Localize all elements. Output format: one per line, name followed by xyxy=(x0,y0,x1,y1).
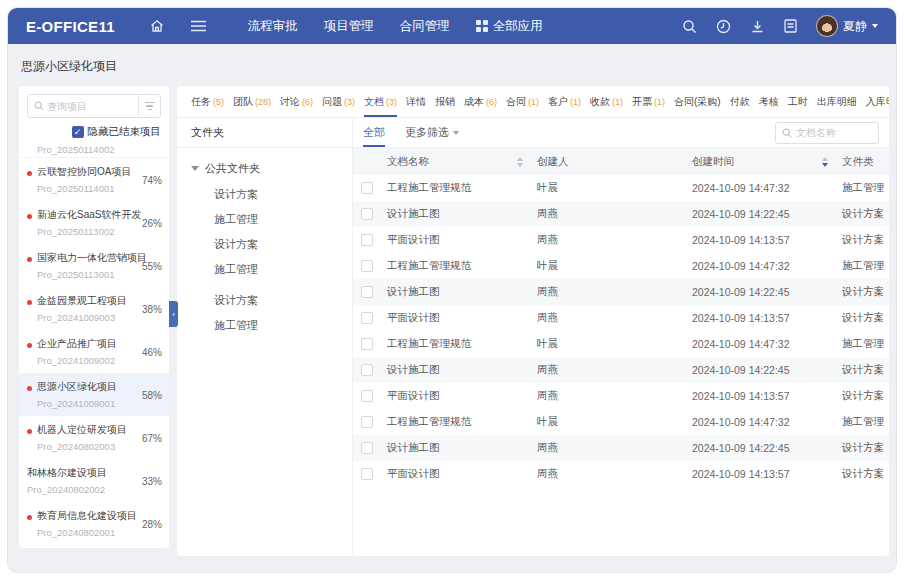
tab-label: 开票 xyxy=(632,95,652,109)
table-row[interactable]: 设计施工图周燕2024-10-09 14:22:45设计方案 xyxy=(353,279,889,305)
project-item[interactable]: 企业产品推广项目Pro_2024100900246% xyxy=(19,330,169,373)
table-row[interactable]: 平面设计图周燕2024-10-09 14:13:57设计方案 xyxy=(353,461,889,487)
tab-讨论[interactable]: 讨论(6) xyxy=(280,86,313,117)
table-row[interactable]: 平面设计图周燕2024-10-09 14:13:57设计方案 xyxy=(353,305,889,331)
project-search[interactable] xyxy=(27,94,161,118)
download-icon[interactable] xyxy=(750,19,765,34)
doc-name-cell: 设计施工图 xyxy=(387,285,537,299)
project-item[interactable]: 机器人定位研发项目Pro_2024080200367% xyxy=(19,416,169,459)
project-item[interactable]: 金益园景观工程项目Pro_2024100900338% xyxy=(19,287,169,330)
history-clock-icon[interactable] xyxy=(716,19,731,34)
home-icon[interactable] xyxy=(149,18,165,34)
tab-团队[interactable]: 团队(28) xyxy=(233,86,271,117)
project-item[interactable]: 和林格尔建设项目Pro_2024080200233% xyxy=(19,459,169,502)
folder-item[interactable]: 施工管理 xyxy=(214,318,338,333)
tab-成本[interactable]: 成本(6) xyxy=(464,86,497,117)
project-name: 国家电力一体化营销项目 xyxy=(37,251,149,265)
menu-icon[interactable] xyxy=(191,20,206,32)
tab-入库明细[interactable]: 入库明细 xyxy=(866,86,889,117)
row-checkbox-cell xyxy=(361,312,387,324)
tab-开票[interactable]: 开票(1) xyxy=(632,86,665,117)
row-checkbox[interactable] xyxy=(361,390,373,402)
project-item[interactable]: 思源小区绿化项目Pro_2024100900158% xyxy=(19,373,169,416)
project-item[interactable]: 教育局信息化建设项目Pro_2024080200128% xyxy=(19,502,169,545)
user-menu[interactable]: 夏静 xyxy=(816,15,878,37)
tab-客户[interactable]: 客户(1) xyxy=(548,86,581,117)
all-apps-button[interactable]: 全部应用 xyxy=(476,18,543,35)
table-row[interactable]: 设计施工图周燕2024-10-09 14:22:45设计方案 xyxy=(353,435,889,461)
folder-root[interactable]: 公共文件夹 xyxy=(191,161,338,176)
table-row[interactable]: 工程施工管理规范叶晨2024-10-09 14:47:32施工管理 xyxy=(353,175,889,201)
document-search-input[interactable] xyxy=(796,127,872,138)
doc-name-cell: 平面设计图 xyxy=(387,467,537,481)
tab-考核[interactable]: 考核 xyxy=(759,86,779,117)
folder-item[interactable]: 设计方案 xyxy=(214,187,338,202)
search-icon[interactable] xyxy=(682,19,697,34)
project-item[interactable]: 云联智控协同OA项目Pro_2025011400174% xyxy=(19,158,169,201)
created-time-cell: 2024-10-09 14:22:45 xyxy=(692,364,842,376)
project-search-input[interactable] xyxy=(47,101,138,112)
tab-工时[interactable]: 工时 xyxy=(788,86,808,117)
sort-icon-active[interactable] xyxy=(822,157,828,167)
sort-icon[interactable] xyxy=(517,157,523,167)
row-checkbox[interactable] xyxy=(361,234,373,246)
sort-filter-icon[interactable] xyxy=(138,95,160,117)
table-row[interactable]: 平面设计图周燕2024-10-09 14:13:57设计方案 xyxy=(353,227,889,253)
folder-item[interactable]: 施工管理 xyxy=(214,262,338,277)
hide-finished-toggle[interactable]: ✓ 隐藏已结束项目 xyxy=(27,125,161,139)
document-search[interactable] xyxy=(775,122,879,144)
row-checkbox[interactable] xyxy=(361,208,373,220)
nav-item-projects[interactable]: 项目管理 xyxy=(324,18,374,35)
nav-item-contracts[interactable]: 合同管理 xyxy=(400,18,450,35)
row-checkbox-cell xyxy=(361,234,387,246)
project-percent: 58% xyxy=(142,389,162,400)
table-row[interactable]: 平面设计图周燕2024-10-09 14:13:57设计方案 xyxy=(353,383,889,409)
documents-panel: 全部 更多筛选 xyxy=(353,118,889,556)
document-icon[interactable] xyxy=(784,19,797,33)
row-checkbox[interactable] xyxy=(361,182,373,194)
table-row[interactable]: 设计施工图周燕2024-10-09 14:22:45设计方案 xyxy=(353,357,889,383)
nav-item-workflow[interactable]: 流程审批 xyxy=(248,18,298,35)
project-item[interactable]: 智慧科技OA建设项目Pro_2024080100199% xyxy=(19,545,169,548)
tab-收款[interactable]: 收款(1) xyxy=(590,86,623,117)
doc-name-cell: 平面设计图 xyxy=(387,233,537,247)
checkbox-checked-icon[interactable]: ✓ xyxy=(72,126,84,138)
status-dot-icon xyxy=(27,171,32,176)
folder-item[interactable]: 设计方案 xyxy=(214,237,338,252)
row-checkbox[interactable] xyxy=(361,364,373,376)
project-item[interactable]: 国家电力一体化营销项目Pro_2025011300155% xyxy=(19,244,169,287)
tab-出库明细[interactable]: 出库明细 xyxy=(817,86,857,117)
folder-tree: 公共文件夹 设计方案施工管理设计方案施工管理设计方案施工管理 xyxy=(177,148,352,356)
column-folder-label: 文件类 xyxy=(842,155,874,169)
tab-详情[interactable]: 详情 xyxy=(406,86,426,117)
folder-item[interactable]: 施工管理 xyxy=(214,212,338,227)
folder-item[interactable]: 设计方案 xyxy=(214,293,338,308)
creator-cell: 叶晨 xyxy=(537,415,692,429)
tab-任务[interactable]: 任务(5) xyxy=(191,86,224,117)
tab-合同[interactable]: 合同(1) xyxy=(506,86,539,117)
row-checkbox[interactable] xyxy=(361,468,373,480)
project-item[interactable]: 新迪云化SaaS软件开发Pro_2025011300226% xyxy=(19,201,169,244)
tab-报销[interactable]: 报销 xyxy=(435,86,455,117)
filter-all-tab[interactable]: 全部 xyxy=(363,118,385,147)
row-checkbox[interactable] xyxy=(361,286,373,298)
row-checkbox[interactable] xyxy=(361,338,373,350)
table-row[interactable]: 工程施工管理规范叶晨2024-10-09 14:47:32施工管理 xyxy=(353,331,889,357)
navbar-actions: 夏静 xyxy=(682,15,878,37)
sidebar-collapse-handle[interactable]: ‹ xyxy=(169,301,178,327)
filter-more-dropdown[interactable]: 更多筛选 xyxy=(405,125,459,140)
folder-cell: 设计方案 xyxy=(842,467,881,481)
table-row[interactable]: 工程施工管理规范叶晨2024-10-09 14:47:32施工管理 xyxy=(353,409,889,435)
table-row[interactable]: 工程施工管理规范叶晨2024-10-09 14:47:32施工管理 xyxy=(353,253,889,279)
table-row[interactable]: 设计施工图周燕2024-10-09 14:22:45设计方案 xyxy=(353,201,889,227)
row-checkbox[interactable] xyxy=(361,260,373,272)
tab-label: 报销 xyxy=(435,95,455,109)
row-checkbox[interactable] xyxy=(361,442,373,454)
row-checkbox[interactable] xyxy=(361,312,373,324)
tab-问题[interactable]: 问题(3) xyxy=(322,86,355,117)
creator-cell: 叶晨 xyxy=(537,337,692,351)
tab-合同(采购)[interactable]: 合同(采购) xyxy=(674,86,721,117)
row-checkbox[interactable] xyxy=(361,416,373,428)
tab-付款[interactable]: 付款 xyxy=(730,86,750,117)
tab-文档[interactable]: 文档(3) xyxy=(364,86,397,117)
